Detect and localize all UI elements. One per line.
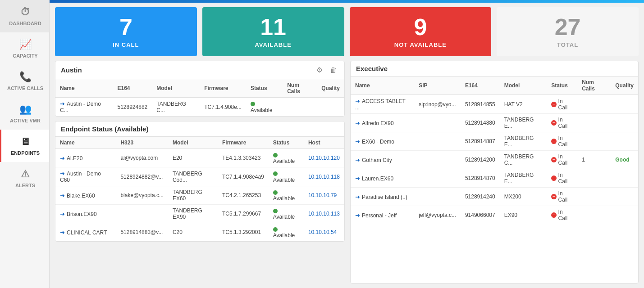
ep-firmware: TC7.1.4.908e4a9	[218, 167, 269, 186]
executive-table-body: ➜ACCESS TABLET ... sip:inop@vyo... 51289…	[351, 95, 638, 225]
executive-table-head: Name SIP E164 Model Status Num Calls Qua…	[351, 76, 638, 95]
sidebar-item-active-calls[interactable]: 📞 ACTIVE CALLS	[0, 65, 49, 97]
ep-h323: 5128914883@v...	[116, 223, 168, 242]
status-dot-green	[273, 190, 278, 195]
arrow-icon: ➜	[60, 192, 65, 199]
exec-name: ➜Personal - Jeff	[351, 206, 414, 225]
exec-numcalls: 1	[577, 151, 611, 169]
austin-header-row: Name E164 Model Firmware Status Num Call…	[55, 79, 344, 98]
minus-circle-icon: −	[551, 120, 556, 126]
ip-link[interactable]: 10.10.10.118	[308, 174, 340, 180]
sidebar-item-alerts[interactable]: ⚠ ALERTS	[0, 162, 49, 194]
sidebar: ⏱ DASHBOARD 📈 CAPACITY 📞 ACTIVE CALLS 👥 …	[0, 0, 50, 288]
austin-table-head: Name E164 Model Firmware Status Num Call…	[55, 79, 344, 98]
table-row: ➜ACCESS TABLET ... sip:inop@vyo... 51289…	[351, 95, 638, 114]
ep-h323: al@vyopta.com	[116, 149, 168, 167]
austin-table: Name E164 Model Firmware Status Num Call…	[55, 79, 344, 116]
exec-quality	[611, 132, 638, 151]
arrow-icon: ➜	[355, 138, 360, 145]
endpoint-status-head: Name H323 Model Firmware Status Host	[55, 137, 344, 149]
austin-firmware: TC7.1.4.908e...	[200, 98, 246, 117]
endpoint-status-table: Name H323 Model Firmware Status Host ➜Al…	[55, 137, 344, 241]
ep-host: 10.10.10.113	[304, 205, 344, 223]
status-dot-green	[273, 153, 278, 158]
exec-numcalls	[577, 188, 611, 206]
ep-name: ➜Brison.EX90	[55, 205, 116, 223]
exec-name: ➜EX60 - Demo	[351, 132, 414, 151]
exec-quality	[611, 95, 638, 114]
exec-model: TANDBERG E...	[500, 114, 547, 132]
ip-link[interactable]: 10.10.10.113	[308, 211, 340, 217]
stat-card-not-available: 9 NOT AVAILABLE	[350, 7, 492, 56]
ip-link[interactable]: 10.10.10.79	[308, 192, 337, 198]
austin-col-firmware: Firmware	[200, 79, 246, 98]
stat-value-total: 27	[555, 15, 581, 39]
exec-name: ➜Gotham City	[351, 151, 414, 169]
exec-numcalls	[577, 169, 611, 188]
exec-col-status: Status	[547, 76, 577, 95]
in-call-badge: − In Call	[551, 209, 573, 221]
austin-table-body: ➜Austin - Demo C... 5128924882 TANDBERG …	[55, 98, 344, 117]
endpoint-status-body: ➜Al.E20 al@vyopta.com E20 TE4.1.3.303423…	[55, 149, 344, 242]
in-call-badge: − In Call	[551, 98, 573, 111]
endpoints-icon: 🖥	[20, 136, 30, 148]
table-row: ➜Al.E20 al@vyopta.com E20 TE4.1.3.303423…	[55, 149, 344, 167]
sidebar-item-dashboard[interactable]: ⏱ DASHBOARD	[0, 0, 49, 32]
ep-model: TANDBERG EX60	[168, 186, 218, 205]
ip-link[interactable]: 10.10.10.120	[308, 155, 340, 161]
arrow-icon: ➜	[60, 229, 65, 236]
ep-name: ➜Al.E20	[55, 149, 116, 167]
ep-status: Available	[269, 186, 304, 205]
minus-circle-icon: −	[551, 176, 556, 181]
arrow-icon: ➜	[60, 155, 65, 162]
arrow-icon: ➜	[355, 98, 360, 104]
table-row: ➜CLINICAL CART 5128914883@v... C20 TC5.1…	[55, 223, 344, 242]
exec-sip	[414, 151, 461, 169]
exec-status: − In Call	[547, 132, 577, 151]
ip-link[interactable]: 10.10.10.54	[308, 229, 337, 235]
arrow-icon: ➜	[60, 211, 65, 217]
ep-status: Available	[269, 223, 304, 242]
stat-card-in-call: 7 IN CALL	[55, 7, 197, 56]
stats-row: 7 IN CALL 11 AVAILABLE 9 NOT AVAILABLE 2…	[50, 3, 644, 61]
endpoint-status-header: Endpoint Status (Available)	[55, 122, 344, 137]
arrow-icon: ➜	[355, 175, 360, 182]
stat-label-available: AVAILABLE	[255, 41, 291, 48]
in-call-badge: − In Call	[551, 153, 573, 166]
executive-table-title: Executive	[356, 65, 388, 72]
ep-host: 10.10.10.54	[304, 223, 344, 242]
exec-status: − In Call	[547, 188, 577, 206]
main-content: 7 IN CALL 11 AVAILABLE 9 NOT AVAILABLE 2…	[50, 0, 644, 288]
sidebar-item-active-vmr[interactable]: 👥 ACTIVE VMR	[0, 97, 49, 130]
exec-sip	[414, 188, 461, 206]
exec-sip	[414, 132, 461, 151]
sidebar-item-endpoints[interactable]: 🖥 ENDPOINTS	[0, 130, 49, 162]
stat-label-not-available: NOT AVAILABLE	[394, 41, 447, 48]
austin-delete-button[interactable]: 🗑	[328, 65, 339, 75]
exec-quality	[611, 169, 638, 188]
austin-quality	[317, 98, 344, 117]
austin-col-e164: E164	[113, 79, 152, 98]
ep-firmware: TC5.1.3.292001	[218, 223, 269, 242]
ep-firmware: TC5.1.7.299667	[218, 205, 269, 223]
exec-status: − In Call	[547, 114, 577, 132]
exec-quality: Good	[611, 151, 638, 169]
sidebar-item-label: CAPACITY	[13, 53, 37, 58]
exec-col-numcalls: Num Calls	[577, 76, 611, 95]
austin-e164: 5128924882	[113, 98, 152, 117]
ep-col-status: Status	[269, 137, 304, 149]
ep-name: ➜Blake.EX60	[55, 186, 116, 205]
table-row: ➜Austin - Demo C... 5128924882 TANDBERG …	[55, 98, 344, 117]
capacity-icon: 📈	[19, 39, 32, 50]
minus-circle-icon: −	[551, 194, 556, 199]
exec-e164: 5128914855	[461, 95, 500, 114]
austin-col-model: Model	[152, 79, 200, 98]
arrow-icon: ➜	[355, 194, 360, 200]
austin-settings-button[interactable]: ⚙	[315, 65, 324, 75]
stat-label-total: TOTAL	[557, 41, 578, 48]
arrow-icon: ➜	[355, 212, 360, 219]
exec-e164: 5128914880	[461, 114, 500, 132]
austin-status: Available	[246, 98, 283, 117]
sidebar-item-capacity[interactable]: 📈 CAPACITY	[0, 32, 49, 65]
in-call-badge: − In Call	[551, 190, 573, 203]
